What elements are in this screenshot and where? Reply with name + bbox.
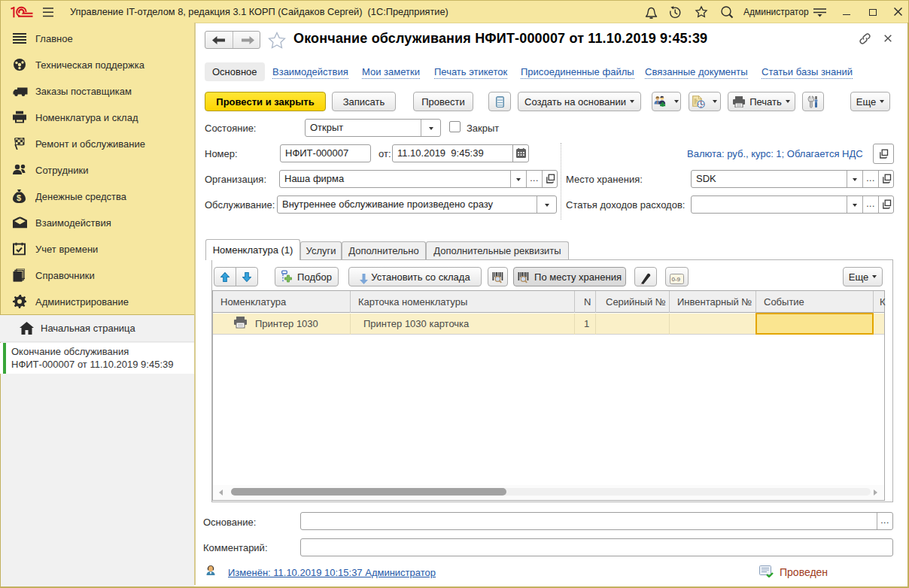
svg-text:$: $ xyxy=(17,193,21,202)
svg-text:0-9: 0-9 xyxy=(672,276,681,283)
